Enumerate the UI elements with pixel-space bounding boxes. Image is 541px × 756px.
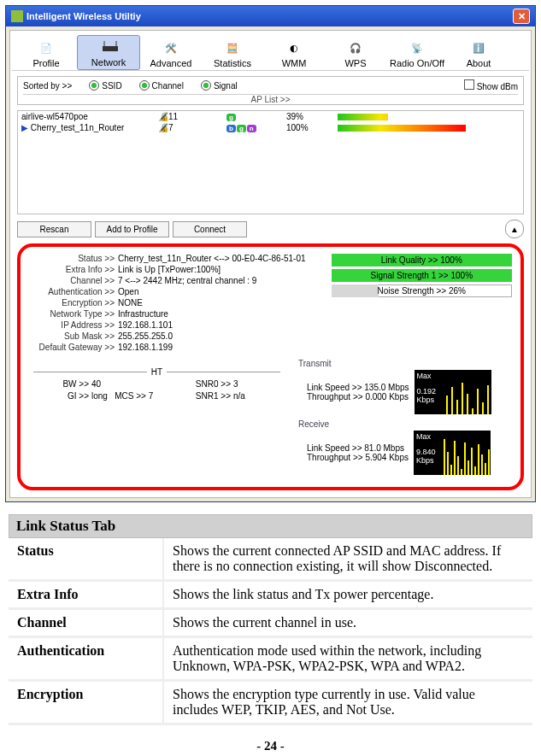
gw-label: Default Gateway >> [29,343,115,352]
rescan-button[interactable]: Rescan [17,221,91,237]
doc-row: Authentication Authentication mode used … [9,638,532,682]
link-quality-bar: Link Quality >> 100% [332,254,512,267]
ap-percent: 39% [286,112,338,121]
receive-title: Receive [298,419,512,429]
window-title: Intelligent Wireless Utiltiy [26,11,141,21]
signal-bar [338,125,466,132]
status-label: Status >> [29,254,115,263]
connect-button[interactable]: Connect [173,221,247,237]
channel-label: Channel >> [29,276,115,285]
tab-radio[interactable]: 📡 Radio On/Off [386,37,448,70]
ht-section: HT [29,367,285,377]
profile-icon: 📄 [35,38,57,57]
page-number: - 24 - [0,739,541,753]
ap-channel: 11 [168,112,178,121]
enc-label: Encryption >> [29,298,115,308]
add-to-profile-button[interactable]: Add to Profile [95,221,169,237]
radio-icon [139,80,150,91]
client-area: 📄 Profile Network 🛠️ Advanced 🧮 Statisti… [9,30,532,498]
ip-value: 192.168.1.101 [118,320,306,330]
ap-percent: 100% [286,123,338,132]
ap-list-label: AP List >> [23,94,518,104]
auth-label: Authentication >> [29,287,115,296]
collapse-toggle[interactable]: ▲ [505,220,524,238]
main-toolbar: 📄 Profile Network 🛠️ Advanced 🧮 Statisti… [12,32,529,71]
lock-icon: 🔏 [158,112,168,121]
quality-bars: Link Quality >> 100% Signal Strength 1 >… [332,254,512,352]
tab-about[interactable]: ℹ️ About [448,37,509,70]
statistics-icon: 🧮 [221,38,244,57]
connected-icon: ▶ [21,123,28,132]
signal-bar [338,114,466,120]
status-kv: Status >> Cherry_test_11n_Router <--> 00… [29,254,306,352]
tab-profile[interactable]: 📄 Profile [15,37,77,70]
ap-channel: 7 [168,123,173,132]
ap-ssid: airlive-wl5470poe [21,112,158,121]
app-window: Intelligent Wireless Utiltiy ✕ 📄 Profile… [5,5,536,502]
auth-value: Open [118,287,306,296]
band-b-icon: b [226,125,236,132]
radio-icon [201,80,211,91]
lock-icon: 🔏 [158,123,168,132]
ap-row[interactable]: ▶ Cherry_test_11n_Router 🔏7 bgn 100% [18,122,523,133]
tab-wps[interactable]: 🎧 WPS [325,37,386,70]
wps-icon: 🎧 [344,38,367,57]
sort-channel[interactable]: Channel [139,80,184,91]
sort-bar: Sorted by >> SSID Channel Signal Show dB… [17,76,524,105]
radio-icon: 📡 [406,38,428,57]
noise-strength-bar: Noise Strength >> 26% [332,284,512,297]
status-value: Cherry_test_11n_Router <--> 00-E0-4C-86-… [118,254,306,263]
receive-graph: Max 9.840Kbps [414,431,491,475]
doc-row: Extra Info Shows the link status and Tx … [9,582,532,610]
checkbox-icon [464,79,474,90]
ap-list[interactable]: airlive-wl5470poe 🔏11 g 39% ▶ Cherry_tes… [17,110,524,214]
transmit-graph: Max 0.192Kbps [415,370,491,414]
ap-row[interactable]: airlive-wl5470poe 🔏11 g 39% [18,111,523,122]
throughput-box: Transmit Link Speed >> 135.0 Mbps Throug… [298,359,512,480]
link-status-pane: Status >> Cherry_test_11n_Router <--> 00… [17,243,524,490]
ip-label: IP Address >> [29,320,115,330]
wmm-icon: ◐ [283,38,305,57]
sort-ssid[interactable]: SSID [89,80,121,91]
mask-value: 255.255.255.0 [118,331,306,341]
enc-value: NONE [118,298,306,308]
tab-wmm[interactable]: ◐ WMM [263,37,325,70]
extra-label: Extra Info >> [29,265,115,274]
ap-ssid: Cherry_test_11n_Router [31,123,125,132]
band-g-icon: g [237,125,246,132]
signal-strength-bar: Signal Strength 1 >> 100% [332,269,512,282]
sorted-by-label: Sorted by >> [23,81,72,91]
nettype-label: Network Type >> [29,309,115,319]
band-g-icon: g [226,114,236,121]
doc-row: Channel Shows the current channel in use… [9,610,532,638]
radio-icon [89,80,99,91]
channel-value: 7 <--> 2442 MHz; central channel : 9 [118,276,306,285]
tab-advanced[interactable]: 🛠️ Advanced [140,37,202,70]
app-icon [11,10,23,22]
show-dbm-check[interactable]: Show dBm [464,79,518,91]
mask-label: Sub Mask >> [29,331,115,341]
transmit-title: Transmit [298,359,512,368]
ht-values: BW >>40 SNR0 >>3 GI >> long MCS >> 7 SNR… [29,379,285,401]
nettype-value: Infrastructure [118,309,306,319]
network-icon [97,38,120,56]
advanced-icon: 🛠️ [160,38,182,57]
doc-row: Status Shows the current connected AP SS… [9,538,532,582]
close-button[interactable]: ✕ [513,9,530,24]
doc-title: Link Status Tab [9,514,532,538]
tab-statistics[interactable]: 🧮 Statistics [202,37,263,70]
sort-signal[interactable]: Signal [201,80,238,91]
band-n-icon: n [247,125,256,132]
doc-row: Encryption Shows the encryption type cur… [9,682,532,725]
extra-value: Link is Up [TxPower:100%] [118,265,306,274]
about-icon: ℹ️ [467,38,490,57]
gw-value: 192.168.1.199 [118,343,306,352]
titlebar[interactable]: Intelligent Wireless Utiltiy ✕ [6,6,535,26]
button-row: Rescan Add to Profile Connect ▲ [17,220,524,238]
svg-rect-0 [103,46,118,51]
tab-network[interactable]: Network [77,35,140,70]
doc-table: Link Status Tab Status Shows the current… [9,514,532,725]
